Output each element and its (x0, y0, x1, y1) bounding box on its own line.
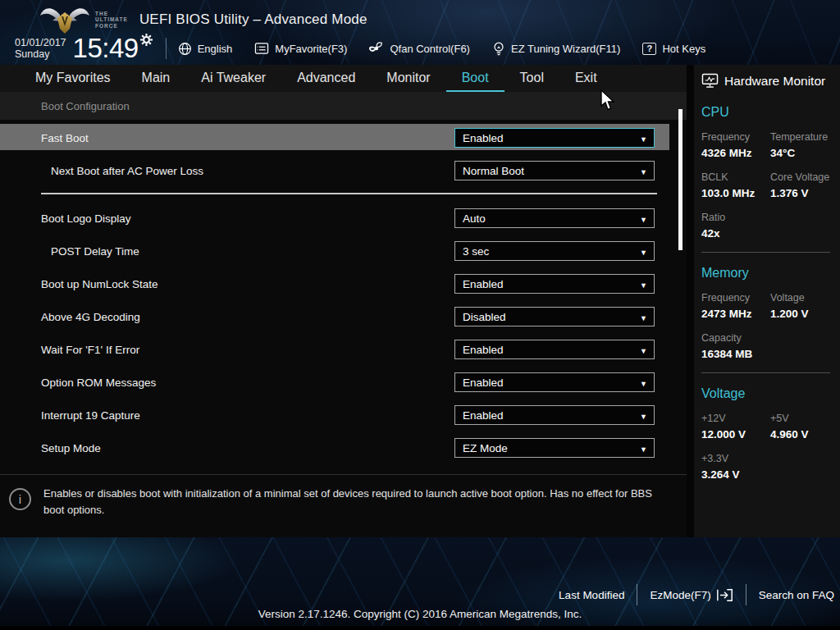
hm-metric-row: Ratio 42x (701, 212, 835, 240)
metric-value: 42x (701, 227, 770, 240)
tab-my-favorites[interactable]: My Favorites (20, 65, 126, 92)
option-dropdown[interactable]: EZ Mode (454, 438, 655, 458)
hm-metric: +12V 12.000 V (701, 413, 770, 441)
metric-label: Core Voltage (770, 171, 835, 183)
hm-divider (701, 252, 830, 253)
hm-metric: Frequency 4326 MHz (701, 131, 770, 159)
metric-label: BCLK (701, 171, 770, 183)
hm-metric: Core Voltage 1.376 V (770, 171, 835, 199)
section-title: Boot Configuration (0, 92, 687, 120)
metric-label: Voltage (770, 292, 835, 304)
option-row-option-rom-messages: Option ROM Messages Enabled (0, 366, 687, 399)
option-label: Interrupt 19 Capture (41, 409, 454, 422)
metric-label: Frequency (701, 292, 770, 304)
metric-label: +3.3V (701, 453, 770, 464)
tab-exit[interactable]: Exit (559, 65, 613, 92)
ez-tuning-wizard-button[interactable]: EZ Tuning Wizard(F11) (492, 41, 620, 56)
hm-metric: Ratio 42x (701, 212, 770, 240)
last-modified-button[interactable]: Last Modified (559, 589, 624, 601)
option-label: Wait For 'F1' If Error (41, 344, 454, 356)
help-text: Enables or disables boot with initializa… (43, 486, 665, 527)
hm-metric: Temperature 34°C (770, 131, 835, 159)
option-dropdown[interactable]: Disabled (454, 307, 655, 326)
settings-gear-icon[interactable] (140, 34, 153, 46)
metric-label: Capacity (701, 332, 770, 344)
question-box-icon (642, 43, 656, 55)
language-button[interactable]: English (178, 42, 233, 56)
metric-value: 2473 MHz (701, 308, 770, 320)
qfan-control-button[interactable]: Qfan Control(F6) (369, 41, 470, 56)
tab-ai-tweaker[interactable]: Ai Tweaker (185, 65, 281, 92)
chevron-down-icon (640, 408, 654, 422)
option-dropdown[interactable]: 3 sec (454, 241, 655, 261)
scrollbar-thumb[interactable] (678, 109, 682, 250)
chevron-down-icon (640, 211, 654, 226)
hm-metric: Frequency 2473 MHz (701, 292, 770, 320)
hm-metric-row: +12V 12.000 V +5V 4.960 V (701, 413, 835, 441)
hm-metric: Voltage 1.200 V (770, 292, 835, 320)
dropdown-value: Enabled (455, 132, 640, 144)
hm-sections: CPU Frequency 4326 MHz Temperature 34°C … (701, 105, 835, 481)
hm-divider (701, 372, 830, 373)
option-label: Boot up NumLock State (41, 278, 454, 290)
dropdown-value: EZ Mode (455, 442, 640, 454)
date-value: 01/01/2017 (15, 37, 66, 48)
monitor-icon (701, 73, 719, 89)
option-dropdown[interactable]: Normal Boot (454, 161, 655, 180)
option-dropdown[interactable]: Enabled (454, 405, 655, 425)
metric-value: 34°C (770, 147, 835, 159)
chevron-down-icon (640, 163, 654, 178)
footer: Last Modified EzMode(F7) Search on FAQ V… (0, 537, 840, 630)
option-dropdown[interactable]: Auto (454, 208, 655, 228)
metric-label: +12V (701, 413, 770, 424)
tab-advanced[interactable]: Advanced (281, 65, 371, 92)
tab-boot[interactable]: Boot (446, 65, 504, 92)
ezmode-button[interactable]: EzMode(F7) (650, 588, 733, 602)
hm-metric-row: Frequency 2473 MHz Voltage 1.200 V (701, 292, 835, 320)
myfavorite-button[interactable]: MyFavorite(F3) (254, 42, 347, 55)
hm-metric-row: Frequency 4326 MHz Temperature 34°C (701, 131, 835, 159)
group-separator (41, 193, 657, 194)
dropdown-value: Enabled (455, 377, 640, 389)
metric-value: 103.0 MHz (701, 187, 770, 199)
favorites-list-icon (254, 42, 269, 55)
dropdown-value: Auto (455, 212, 640, 225)
tab-main[interactable]: Main (126, 65, 186, 92)
header-divider (166, 38, 167, 59)
hm-section-memory: Memory Frequency 2473 MHz Voltage 1.200 … (701, 266, 835, 360)
metric-value: 16384 MB (701, 348, 770, 360)
content-area: Boot Configuration Fast Boot Enabled Nex… (0, 92, 687, 537)
option-row-boot-logo-display: Boot Logo Display Auto (0, 202, 687, 235)
hm-section-cpu: CPU Frequency 4326 MHz Temperature 34°C … (701, 105, 835, 240)
hot-keys-button[interactable]: Hot Keys (642, 43, 705, 55)
metric-value: 1.200 V (770, 308, 835, 320)
option-row-setup-mode: Setup Mode EZ Mode (0, 431, 687, 464)
option-dropdown[interactable]: Enabled (454, 274, 655, 294)
chevron-down-icon (640, 276, 654, 291)
tab-tool[interactable]: Tool (504, 65, 559, 92)
option-dropdown[interactable]: Enabled (454, 340, 655, 359)
dropdown-value: Enabled (455, 409, 640, 422)
time-display: 15:49 (73, 35, 139, 61)
chevron-down-icon (640, 342, 654, 357)
tab-monitor[interactable]: Monitor (371, 65, 445, 92)
dropdown-value: Enabled (455, 278, 640, 290)
hm-metric-row: BCLK 103.0 MHz Core Voltage 1.376 V (701, 171, 835, 199)
chevron-down-icon (640, 130, 654, 145)
footer-divider (746, 584, 746, 605)
metric-label: Ratio (701, 212, 770, 223)
option-dropdown[interactable]: Enabled (454, 372, 655, 392)
metric-label: +5V (770, 413, 835, 424)
hm-section-voltage: Voltage +12V 12.000 V +5V 4.960 V +3.3V … (701, 386, 835, 481)
option-dropdown[interactable]: Enabled (454, 128, 655, 148)
hm-metric: +5V 4.960 V (770, 413, 835, 441)
bios-screen: THE ULTIMATE FORCE UEFI BIOS Utility – A… (0, 0, 840, 630)
page-title: UEFI BIOS Utility – Advanced Mode (139, 11, 368, 28)
hm-section-title: Memory (701, 266, 835, 281)
option-label: Boot Logo Display (41, 212, 454, 225)
search-on-faq-button[interactable]: Search on FAQ (759, 589, 834, 601)
hm-section-title: CPU (701, 105, 835, 120)
chevron-down-icon (640, 375, 654, 390)
fan-icon (369, 41, 384, 56)
info-icon (9, 488, 31, 510)
